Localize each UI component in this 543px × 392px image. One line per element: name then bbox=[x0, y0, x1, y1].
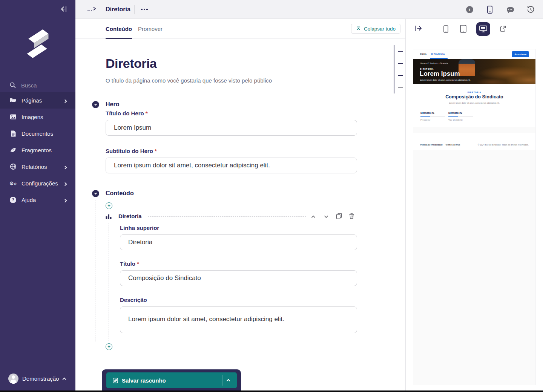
member-name: Membro #1 bbox=[420, 112, 446, 114]
collapse-all-button[interactable]: Colapsar tudo bbox=[351, 24, 400, 34]
chevron-up-icon bbox=[63, 375, 66, 382]
bottom-bar bbox=[0, 390, 543, 392]
user-name: Demonstração bbox=[22, 375, 59, 382]
more-menu-icon[interactable] bbox=[141, 9, 148, 10]
hero-title-input[interactable]: Lorem Ipsum bbox=[106, 120, 357, 136]
section-chevron-icon[interactable] bbox=[92, 190, 99, 197]
preview-panel: Início O Sindicato Associe-se Home › O S… bbox=[406, 39, 543, 390]
user-menu[interactable]: Demonstração bbox=[0, 371, 75, 386]
content-section-title: Conteúdo bbox=[106, 190, 134, 197]
page-title: Diretoria bbox=[106, 56, 156, 71]
preview-nav-home[interactable]: Início bbox=[420, 53, 426, 55]
tab-conteudo[interactable]: Conteúdo bbox=[106, 19, 132, 39]
preview-toolbar bbox=[406, 19, 543, 39]
page-title-description: O título da página como você gostaria qu… bbox=[106, 77, 272, 84]
sidebar-menu: Páginas Imagens Documentos Fragmentos bbox=[0, 92, 75, 208]
preview-nav-about[interactable]: O Sindicato bbox=[431, 53, 445, 55]
site-preview: Início O Sindicato Associe-se Home › O S… bbox=[413, 49, 536, 385]
save-chevron-icon[interactable] bbox=[224, 372, 233, 388]
required-marker bbox=[144, 110, 148, 116]
external-link-icon[interactable] bbox=[499, 24, 508, 34]
image-icon bbox=[9, 114, 17, 120]
hero-subtitle-label: Subtítulo do Hero bbox=[106, 148, 157, 154]
add-item-icon[interactable] bbox=[106, 343, 112, 350]
save-icon bbox=[113, 378, 118, 383]
preview-hero-subtitle: Lorem ipsum dolor sit amet, consectetur … bbox=[420, 79, 471, 81]
sidebar-item-ajuda[interactable]: Ajuda bbox=[0, 191, 75, 208]
device-switcher bbox=[406, 19, 543, 39]
delete-icon[interactable] bbox=[348, 213, 355, 219]
divider bbox=[134, 5, 135, 14]
hero-section-title: Hero bbox=[106, 101, 119, 108]
hero-title-label: Título do Hero bbox=[106, 110, 148, 116]
document-icon bbox=[9, 130, 17, 137]
preview-member-card: Membro #2 Vice-presidente bbox=[448, 112, 474, 121]
sidebar-item-paginas[interactable]: Páginas bbox=[0, 92, 75, 109]
info-icon[interactable] bbox=[465, 5, 474, 14]
outline-mark bbox=[398, 63, 403, 64]
member-role: Presidente bbox=[420, 119, 446, 121]
block-title-label: Título bbox=[120, 260, 139, 267]
member-name: Membro #2 bbox=[448, 112, 474, 114]
outline-indicator bbox=[394, 45, 394, 93]
description-label: Descrição bbox=[120, 297, 147, 303]
top-line-input[interactable]: Diretoria bbox=[120, 234, 357, 250]
sidebar-item-fragmentos[interactable]: Fragmentos bbox=[0, 142, 75, 158]
duplicate-icon[interactable] bbox=[336, 213, 342, 219]
device-phone-icon[interactable] bbox=[442, 24, 451, 34]
mobile-preview-icon[interactable] bbox=[486, 5, 494, 14]
save-bar: Salvar rascunho bbox=[102, 369, 241, 392]
sidebar-item-label: Páginas bbox=[21, 97, 42, 104]
member-role: Vice-presidente bbox=[448, 119, 474, 121]
preview-cta-button[interactable]: Associe-se bbox=[512, 51, 529, 57]
preview-section-eyebrow: DIRETORIA bbox=[413, 91, 535, 93]
leaf-icon bbox=[9, 147, 17, 153]
editor-form: Diretoria O título da página como você g… bbox=[75, 39, 405, 390]
history-icon[interactable] bbox=[526, 5, 535, 14]
sidebar-item-label: Fragmentos bbox=[21, 147, 52, 153]
outline-mark bbox=[398, 87, 403, 88]
document-title: Diretoria bbox=[106, 6, 130, 13]
sidebar-item-imagens[interactable]: Imagens bbox=[0, 109, 75, 125]
editor-tabs-bar: Conteúdo Promover Colapsar tudo bbox=[75, 19, 405, 39]
tab-promover[interactable]: Promover bbox=[138, 19, 163, 39]
block-item-name[interactable]: Diretoria bbox=[118, 213, 142, 219]
indent-guide bbox=[109, 223, 109, 341]
footer-terms-link[interactable]: Termos de Uso bbox=[445, 144, 460, 146]
sidebar-item-configuracoes[interactable]: Configurações bbox=[0, 175, 75, 191]
sidebar-item-label: Relatórios bbox=[21, 164, 47, 170]
breadcrumb-expand-icon[interactable] bbox=[87, 6, 96, 11]
block-type-icon bbox=[106, 214, 112, 219]
preview-section: DIRETORIA Composição do Sindicato Lorem … bbox=[413, 84, 535, 127]
sidebar-item-relatorios[interactable]: Relatórios bbox=[0, 158, 75, 175]
sidebar-search[interactable]: Busca bbox=[0, 78, 75, 92]
device-desktop-icon[interactable] bbox=[476, 22, 490, 36]
app-logo bbox=[0, 25, 75, 63]
description-textarea[interactable]: Lorem ipsum dolor sit amet, consectetur … bbox=[120, 306, 357, 333]
preview-hero-title: Lorem Ipsum bbox=[420, 70, 460, 78]
move-down-icon[interactable] bbox=[323, 213, 330, 220]
sidebar-item-label: Ajuda bbox=[21, 197, 36, 203]
sidebar-item-label: Configurações bbox=[21, 180, 58, 187]
preview-section-subtitle: Lorem ipsum dolor sit amet, consectetur … bbox=[413, 102, 535, 104]
collapse-sidebar-icon[interactable] bbox=[60, 6, 67, 12]
comments-icon[interactable] bbox=[506, 5, 514, 14]
device-tablet-icon[interactable] bbox=[459, 24, 468, 34]
section-chevron-icon[interactable] bbox=[92, 101, 99, 108]
save-draft-label: Salvar rascunho bbox=[122, 377, 166, 384]
folder-icon bbox=[9, 97, 17, 103]
add-item-icon[interactable] bbox=[106, 202, 112, 209]
preview-member-card: Membro #1 Presidente bbox=[420, 112, 446, 121]
footer-privacy-link[interactable]: Política de Privacidade bbox=[420, 144, 443, 146]
chevron-right-icon bbox=[64, 197, 66, 203]
indent-guide bbox=[95, 200, 95, 341]
gear-icon bbox=[9, 181, 17, 186]
save-draft-button[interactable]: Salvar rascunho bbox=[106, 372, 237, 388]
block-title-input[interactable]: Composição do Sindicato bbox=[120, 270, 357, 286]
hero-subtitle-input[interactable]: Lorem ipsum dolor sit amet, consectetur … bbox=[106, 158, 357, 173]
topbar-actions bbox=[465, 0, 535, 19]
chevron-right-icon bbox=[64, 164, 66, 170]
preview-footer: Política de Privacidade Termos de Uso © … bbox=[413, 133, 535, 150]
sidebar-item-documentos[interactable]: Documentos bbox=[0, 125, 75, 142]
move-up-icon[interactable] bbox=[310, 213, 317, 220]
